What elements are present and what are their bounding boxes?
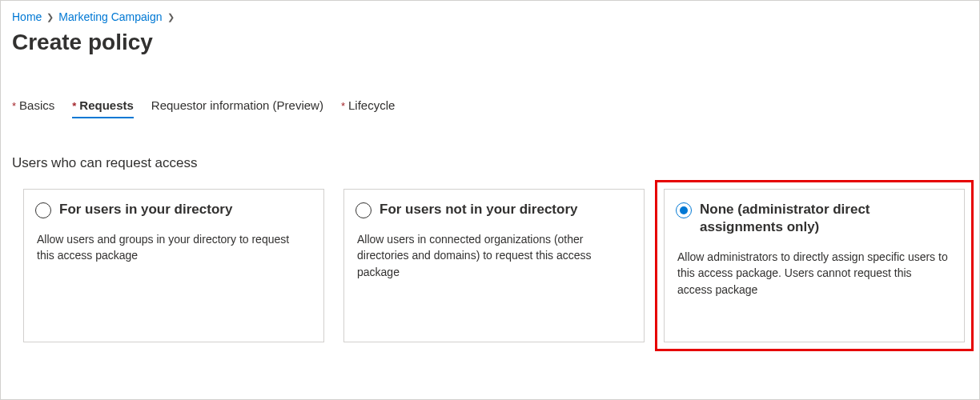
tab-basics[interactable]: * Basics	[12, 98, 54, 118]
radio-button[interactable]	[355, 202, 372, 218]
option-card-external-users[interactable]: For users not in your directory Allow us…	[343, 189, 645, 342]
breadcrumb-marketing-campaign[interactable]: Marketing Campaign	[58, 10, 162, 23]
card-header: None (administrator direct assignments o…	[676, 201, 950, 236]
required-asterisk: *	[12, 100, 16, 112]
card-title: None (administrator direct assignments o…	[700, 201, 950, 236]
breadcrumb-home[interactable]: Home	[12, 10, 42, 23]
chevron-right-icon: ❯	[46, 12, 54, 22]
breadcrumb: Home ❯ Marketing Campaign ❯	[12, 10, 968, 23]
card-header: For users in your directory	[35, 201, 309, 218]
page-title: Create policy	[12, 30, 968, 55]
tab-label: Lifecycle	[348, 98, 395, 112]
tabs: * Basics * Requests Requestor informatio…	[12, 98, 968, 118]
tab-requestor-info[interactable]: Requestor information (Preview)	[151, 98, 323, 118]
card-title: For users in your directory	[59, 201, 232, 218]
option-cards: For users in your directory Allow users …	[12, 189, 968, 342]
card-header: For users not in your directory	[355, 201, 629, 218]
radio-button[interactable]	[676, 202, 692, 218]
required-asterisk: *	[72, 100, 76, 112]
option-card-none-admin[interactable]: None (administrator direct assignments o…	[664, 189, 965, 342]
radio-button[interactable]	[35, 202, 51, 218]
section-heading: Users who can request access	[12, 155, 968, 171]
card-title: For users not in your directory	[380, 201, 578, 218]
tab-requests[interactable]: * Requests	[72, 98, 134, 118]
tab-label: Basics	[19, 98, 54, 112]
tab-lifecycle[interactable]: * Lifecycle	[341, 98, 395, 118]
required-asterisk: *	[341, 100, 345, 112]
option-card-directory-users[interactable]: For users in your directory Allow users …	[23, 189, 324, 342]
tab-label: Requests	[79, 98, 134, 112]
card-description: Allow users and groups in your directory…	[35, 231, 309, 264]
card-description: Allow users in connected organizations (…	[355, 231, 629, 280]
tab-label: Requestor information (Preview)	[151, 98, 323, 112]
card-description: Allow administrators to directly assign …	[676, 249, 950, 298]
chevron-right-icon: ❯	[167, 12, 175, 22]
